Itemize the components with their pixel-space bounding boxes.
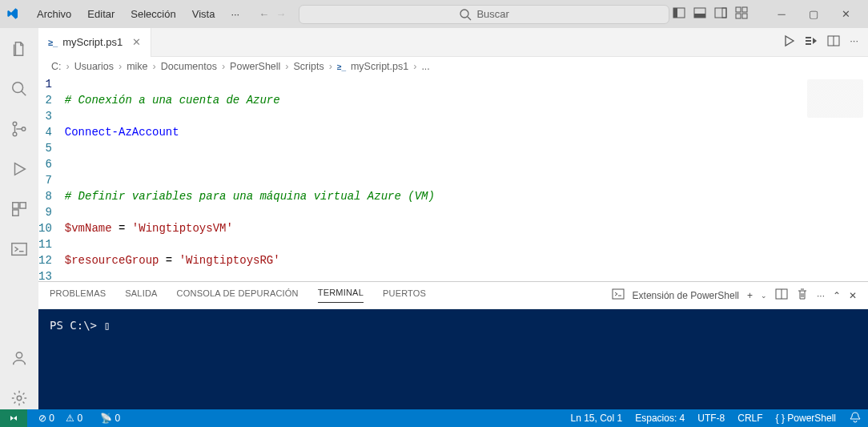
svg-point-0	[460, 10, 468, 18]
layout-left-icon[interactable]	[673, 6, 685, 22]
settings-gear-icon[interactable]	[8, 387, 30, 409]
bc-p1: Usuarios	[74, 61, 114, 72]
svg-rect-8	[736, 7, 741, 12]
new-terminal-icon[interactable]: +	[747, 290, 753, 301]
bottom-panel: PROBLEMAS SALIDA CONSOLA DE DEPURACIÓN T…	[38, 281, 868, 409]
editor-area: ≥_ myScript.ps1 ✕ ··· C:› Usuarios› mike…	[38, 28, 868, 409]
panel-tabs: PROBLEMAS SALIDA CONSOLA DE DEPURACIÓN T…	[38, 282, 868, 309]
line-gutter: 12345678910111213	[38, 76, 65, 281]
svg-rect-28	[613, 289, 624, 299]
svg-rect-24	[806, 40, 811, 42]
source-control-icon[interactable]	[8, 118, 30, 140]
code-content[interactable]: # Conexión a una cuenta de Azure Connect…	[65, 76, 868, 281]
bc-file: myScript.ps1	[351, 61, 408, 72]
bc-drive: C:	[51, 61, 62, 72]
layout-customize-icon[interactable]	[735, 6, 748, 22]
svg-point-22	[17, 396, 22, 401]
editor-more-icon[interactable]: ···	[850, 34, 858, 50]
menu-seleccion[interactable]: Selección	[124, 5, 182, 23]
main-area: ≥_ myScript.ps1 ✕ ··· C:› Usuarios› mike…	[0, 28, 868, 409]
svg-rect-7	[722, 8, 726, 18]
menu-archivo[interactable]: Archivo	[30, 5, 78, 23]
panel-tab-salida[interactable]: SALIDA	[125, 288, 157, 303]
window-minimize-button[interactable]: ─	[766, 2, 798, 26]
status-lang[interactable]: { } PowerShell	[776, 413, 836, 424]
status-bar: ⊘ 0 ⚠ 0 📡 0 Ln 15, Col 1 Espacios: 4 UTF…	[0, 409, 868, 427]
panel-tab-terminal[interactable]: TERMINAL	[318, 288, 364, 303]
split-terminal-icon[interactable]	[775, 288, 788, 303]
run-selection-icon[interactable]	[805, 34, 818, 50]
tab-myscript[interactable]: ≥_ myScript.ps1 ✕	[38, 28, 151, 57]
nav-back-icon[interactable]: ←	[259, 8, 269, 20]
terminal-dropdown-icon[interactable]: ⌄	[761, 292, 767, 300]
svg-rect-17	[13, 203, 18, 208]
breadcrumbs[interactable]: C:› Usuarios› mike› Documentos› PowerShe…	[38, 57, 868, 76]
menu-more[interactable]: ···	[224, 5, 246, 23]
tab-close-icon[interactable]: ✕	[132, 36, 141, 48]
explorer-icon[interactable]	[8, 38, 30, 60]
status-lncol[interactable]: Ln 15, Col 1	[571, 413, 623, 424]
menu-editar[interactable]: Editar	[81, 5, 121, 23]
status-ports[interactable]: 📡 0	[100, 413, 120, 424]
status-errors[interactable]: ⊘ 0	[38, 413, 54, 424]
terminal-prompt: PS C:\> ▯	[50, 319, 111, 332]
svg-point-21	[16, 352, 22, 358]
close-panel-icon[interactable]: ✕	[849, 290, 857, 301]
bc-p3: Documentos	[161, 61, 217, 72]
run-debug-icon[interactable]	[8, 158, 30, 180]
split-editor-icon[interactable]	[827, 34, 840, 50]
tab-filename: myScript.ps1	[62, 36, 123, 48]
menu-vista[interactable]: Vista	[186, 5, 222, 23]
activity-bar	[0, 28, 38, 409]
powershell-file-icon: ≥_	[48, 38, 58, 47]
status-warnings[interactable]: ⚠ 0	[66, 413, 82, 424]
maximize-panel-icon[interactable]: ⌃	[833, 290, 841, 301]
command-center-search[interactable]: Buscar	[299, 5, 669, 24]
accounts-icon[interactable]	[8, 347, 30, 369]
editor-tabs: ≥_ myScript.ps1 ✕ ···	[38, 28, 868, 57]
kill-terminal-icon[interactable]	[796, 288, 809, 303]
nav-forward-icon[interactable]: →	[275, 8, 286, 20]
status-spaces[interactable]: Espacios: 4	[635, 413, 685, 424]
panel-tab-problemas[interactable]: PROBLEMAS	[50, 288, 106, 303]
window-maximize-button[interactable]: ▢	[798, 2, 830, 26]
svg-line-13	[22, 91, 26, 96]
title-bar: Archivo Editar Selección Vista ··· ← → B…	[0, 0, 868, 28]
powershell-file-icon: ≥_	[337, 62, 346, 71]
status-encoding[interactable]: UTF-8	[697, 413, 725, 424]
powershell-activity-icon[interactable]	[8, 238, 30, 260]
panel-tab-consola[interactable]: CONSOLA DE DEPURACIÓN	[177, 288, 299, 303]
search-activity-icon[interactable]	[8, 78, 30, 100]
layout-bottom-icon[interactable]	[693, 6, 706, 22]
search-icon	[459, 8, 472, 21]
svg-point-16	[22, 127, 26, 131]
svg-rect-9	[742, 7, 747, 12]
svg-point-12	[13, 83, 23, 93]
svg-point-15	[13, 132, 17, 136]
minimap[interactable]	[807, 79, 863, 118]
extensions-icon[interactable]	[8, 198, 30, 220]
svg-line-1	[468, 17, 471, 20]
notifications-bell-icon[interactable]	[849, 411, 862, 426]
bc-p2: mike	[127, 61, 147, 72]
terminal-shell-label[interactable]: Extensión de PowerShell	[633, 290, 739, 301]
svg-rect-3	[673, 8, 677, 18]
panel-tab-puertos[interactable]: PUERTOS	[383, 288, 426, 303]
panel-more-icon[interactable]: ···	[817, 290, 825, 301]
code-editor[interactable]: 12345678910111213 # Conexión a una cuent…	[38, 76, 868, 281]
svg-rect-6	[715, 8, 726, 18]
bc-p5: Scripts	[294, 61, 324, 72]
svg-point-14	[13, 122, 17, 126]
window-close-button[interactable]: ✕	[830, 2, 862, 26]
svg-rect-5	[694, 14, 705, 18]
svg-rect-25	[806, 43, 811, 45]
layout-right-icon[interactable]	[714, 6, 727, 22]
remote-indicator[interactable]	[0, 409, 27, 427]
svg-rect-10	[736, 14, 741, 18]
svg-rect-23	[806, 37, 811, 38]
terminal-shell-icon	[612, 288, 625, 303]
status-eol[interactable]: CRLF	[737, 413, 762, 424]
run-icon[interactable]	[782, 34, 795, 50]
svg-rect-20	[12, 244, 26, 256]
terminal[interactable]: PS C:\> ▯	[38, 309, 868, 409]
